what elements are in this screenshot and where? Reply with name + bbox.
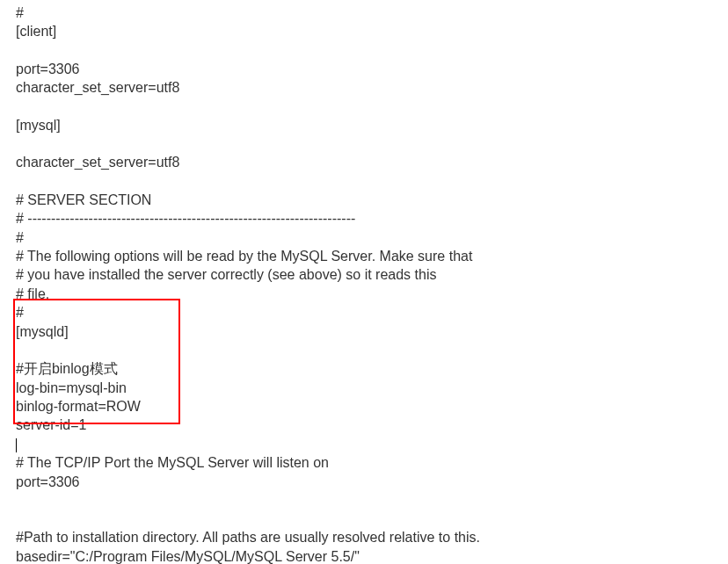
blank-line: [16, 41, 712, 60]
blank-line: [16, 98, 712, 116]
config-server-section-title: # SERVER SECTION: [16, 191, 712, 209]
config-port: port=3306: [16, 60, 712, 78]
config-server-id: server-id=1: [16, 416, 712, 434]
config-hash-top: #: [16, 4, 712, 22]
config-mysql-section: [mysql]: [16, 116, 712, 134]
config-client-section: [client]: [16, 22, 712, 40]
config-basedir: basedir="C:/Program Files/MySQL/MySQL Se…: [16, 547, 712, 564]
config-path-comment: #Path to installation directory. All pat…: [16, 528, 712, 546]
config-dashes: # --------------------------------------…: [16, 209, 712, 228]
config-charset2: character_set_server=utf8: [16, 153, 712, 171]
config-tcp-comment: # The TCP/IP Port the MySQL Server will …: [16, 453, 712, 472]
config-hash2: #: [16, 303, 712, 322]
config-desc3: # file.: [16, 285, 712, 303]
blank-line: [16, 134, 712, 153]
config-port2: port=3306: [16, 473, 712, 491]
text-cursor-icon: [16, 438, 17, 452]
config-binlog-format: binlog-format=ROW: [16, 397, 712, 416]
blank-line: [16, 172, 712, 191]
blank-line: [16, 491, 712, 510]
config-hash: #: [16, 228, 712, 247]
config-desc1: # The following options will be read by …: [16, 247, 712, 265]
config-binlog-comment: #开启binlog模式: [16, 359, 712, 378]
config-logbin: log-bin=mysql-bin: [16, 379, 712, 397]
config-desc2: # you have installed the server correctl…: [16, 265, 712, 284]
blank-line: [16, 341, 712, 359]
config-charset: character_set_server=utf8: [16, 78, 712, 97]
config-mysqld-section: [mysqld]: [16, 322, 712, 341]
cursor-line: [16, 435, 712, 453]
blank-line: [16, 510, 712, 528]
